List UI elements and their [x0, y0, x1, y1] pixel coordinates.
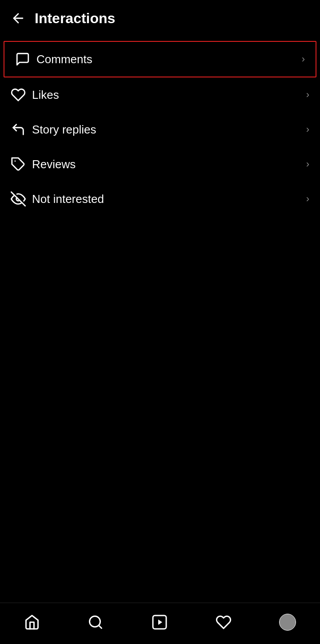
menu-item-likes[interactable]: Likes ›	[0, 77, 320, 112]
menu-item-not-interested[interactable]: Not interested ›	[0, 182, 320, 216]
svg-line-3	[99, 625, 102, 628]
page-title: Interactions	[35, 10, 115, 27]
back-button[interactable]	[9, 9, 28, 28]
chevron-right-icon: ›	[306, 158, 309, 170]
nav-search[interactable]	[85, 612, 106, 633]
comment-icon	[15, 52, 36, 67]
profile-avatar	[279, 614, 296, 631]
chevron-right-icon: ›	[302, 53, 305, 65]
eye-off-icon	[11, 191, 32, 207]
reviews-label: Reviews	[32, 158, 306, 171]
chevron-right-icon: ›	[306, 193, 309, 205]
bottom-nav	[0, 603, 320, 644]
heart-nav-icon	[216, 614, 232, 630]
likes-label: Likes	[32, 88, 306, 102]
menu-item-story-replies[interactable]: Story replies ›	[0, 112, 320, 147]
menu-item-reviews[interactable]: Reviews ›	[0, 147, 320, 182]
menu-list: Comments › Likes › Story replies ›	[0, 41, 320, 216]
reply-icon	[11, 122, 32, 137]
menu-item-comments[interactable]: Comments ›	[4, 41, 316, 77]
tag-icon	[11, 157, 32, 172]
nav-profile[interactable]	[276, 611, 299, 633]
chevron-right-icon: ›	[306, 124, 309, 135]
chevron-right-icon: ›	[306, 89, 309, 101]
nav-reels[interactable]	[149, 612, 170, 633]
comments-label: Comments	[36, 53, 302, 66]
reels-icon	[152, 614, 168, 630]
header: Interactions	[0, 0, 320, 36]
not-interested-label: Not interested	[32, 192, 306, 206]
story-replies-label: Story replies	[32, 123, 306, 137]
svg-marker-5	[158, 620, 162, 625]
heart-icon	[11, 87, 32, 102]
nav-home[interactable]	[21, 612, 43, 633]
back-arrow-icon	[11, 11, 26, 26]
home-icon	[24, 614, 40, 630]
nav-activity[interactable]	[213, 612, 234, 633]
search-icon	[88, 614, 104, 630]
